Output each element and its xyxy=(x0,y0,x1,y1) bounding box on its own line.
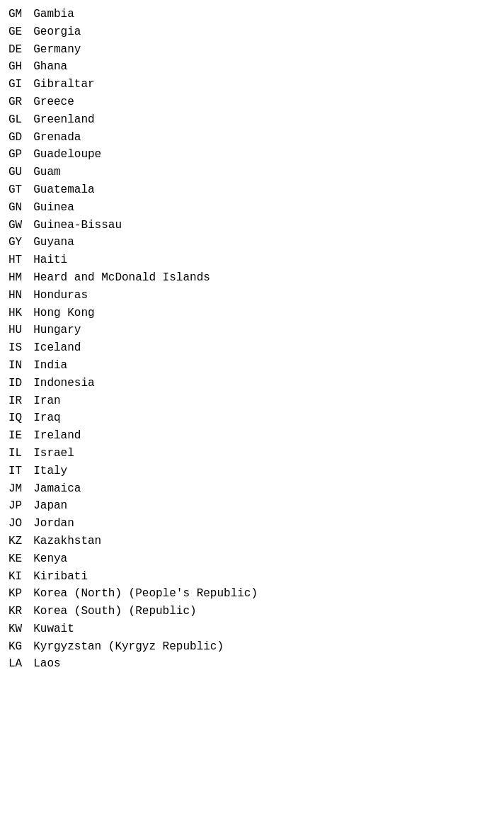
country-name: Italy xyxy=(33,462,67,480)
country-name: Guinea-Bissau xyxy=(33,217,122,234)
country-name: Iceland xyxy=(33,339,81,357)
list-item: KIKiribati xyxy=(8,568,496,586)
country-code: GU xyxy=(8,164,33,181)
country-name: India xyxy=(33,357,67,375)
list-item: GNGuinea xyxy=(8,199,496,217)
country-name: Hungary xyxy=(33,322,81,339)
country-code: GL xyxy=(8,111,33,129)
country-name: Grenada xyxy=(33,129,81,147)
country-code: HM xyxy=(8,269,33,287)
list-item: GYGuyana xyxy=(8,234,496,251)
country-code: HN xyxy=(8,287,33,305)
list-item: DEGermany xyxy=(8,41,496,59)
country-code: KP xyxy=(8,585,33,603)
list-item: HKHong Kong xyxy=(8,305,496,322)
list-item: ISIceland xyxy=(8,339,496,357)
list-item: GTGuatemala xyxy=(8,181,496,199)
country-name: Ghana xyxy=(33,58,67,76)
country-code: GW xyxy=(8,217,33,234)
country-name: Japan xyxy=(33,497,67,515)
country-code: LA xyxy=(8,655,33,673)
country-code: GD xyxy=(8,129,33,147)
country-name: Jordan xyxy=(33,515,74,533)
country-code: JO xyxy=(8,515,33,533)
list-item: HTHaiti xyxy=(8,251,496,269)
country-code: IR xyxy=(8,392,33,410)
country-name: Guyana xyxy=(33,234,74,251)
list-item: GMGambia xyxy=(8,6,496,23)
country-code: IE xyxy=(8,427,33,445)
list-item: INIndia xyxy=(8,357,496,375)
list-item: HMHeard and McDonald Islands xyxy=(8,269,496,287)
country-code: IL xyxy=(8,445,33,462)
country-code: GY xyxy=(8,234,33,251)
list-item: HUHungary xyxy=(8,322,496,339)
country-name: Guinea xyxy=(33,199,74,217)
country-code: HK xyxy=(8,305,33,322)
country-code: GE xyxy=(8,23,33,41)
list-item: JMJamaica xyxy=(8,480,496,498)
list-item: KRKorea (South) (Republic) xyxy=(8,603,496,620)
country-name: Israel xyxy=(33,445,74,462)
list-item: HNHonduras xyxy=(8,287,496,305)
country-name: Guatemala xyxy=(33,181,94,199)
list-item: GHGhana xyxy=(8,58,496,76)
list-item: GRGreece xyxy=(8,93,496,111)
country-name: Korea (North) (People's Republic) xyxy=(33,585,258,603)
list-item: ITItaly xyxy=(8,462,496,480)
country-code: GI xyxy=(8,76,33,93)
country-code: KW xyxy=(8,620,33,638)
country-code: GH xyxy=(8,58,33,76)
country-name: Germany xyxy=(33,41,81,59)
country-name: Indonesia xyxy=(33,375,94,392)
list-item: GEGeorgia xyxy=(8,23,496,41)
country-list: GMGambiaGEGeorgiaDEGermanyGHGhanaGIGibra… xyxy=(8,6,496,673)
list-item: LALaos xyxy=(8,655,496,673)
country-code: GT xyxy=(8,181,33,199)
list-item: IEIreland xyxy=(8,427,496,445)
list-item: GUGuam xyxy=(8,164,496,181)
country-code: ID xyxy=(8,375,33,392)
country-name: Hong Kong xyxy=(33,305,94,322)
list-item: GDGrenada xyxy=(8,129,496,147)
country-name: Gibraltar xyxy=(33,76,94,93)
country-name: Honduras xyxy=(33,287,88,305)
list-item: IQIraq xyxy=(8,409,496,427)
country-name: Kazakhstan xyxy=(33,533,101,550)
country-code: GN xyxy=(8,199,33,217)
country-code: IN xyxy=(8,357,33,375)
country-name: Guadeloupe xyxy=(33,146,101,164)
list-item: IRIran xyxy=(8,392,496,410)
country-name: Georgia xyxy=(33,23,81,41)
list-item: KZKazakhstan xyxy=(8,533,496,550)
country-code: JM xyxy=(8,480,33,498)
country-code: IQ xyxy=(8,409,33,427)
list-item: GPGuadeloupe xyxy=(8,146,496,164)
country-code: GP xyxy=(8,146,33,164)
list-item: ILIsrael xyxy=(8,445,496,462)
list-item: JOJordan xyxy=(8,515,496,533)
country-code: KZ xyxy=(8,533,33,550)
country-code: JP xyxy=(8,497,33,515)
country-name: Gambia xyxy=(33,6,74,23)
list-item: KPKorea (North) (People's Republic) xyxy=(8,585,496,603)
country-name: Kyrgyzstan (Kyrgyz Republic) xyxy=(33,638,224,656)
country-code: IS xyxy=(8,339,33,357)
list-item: KWKuwait xyxy=(8,620,496,638)
country-code: KE xyxy=(8,550,33,568)
country-code: GR xyxy=(8,93,33,111)
country-name: Kenya xyxy=(33,550,67,568)
list-item: GLGreenland xyxy=(8,111,496,129)
list-item: KEKenya xyxy=(8,550,496,568)
country-name: Greenland xyxy=(33,111,94,129)
list-item: GWGuinea-Bissau xyxy=(8,217,496,234)
country-name: Kiribati xyxy=(33,568,88,586)
country-code: IT xyxy=(8,462,33,480)
country-code: HT xyxy=(8,251,33,269)
list-item: GIGibraltar xyxy=(8,76,496,93)
country-code: KR xyxy=(8,603,33,620)
list-item: KGKyrgyzstan (Kyrgyz Republic) xyxy=(8,638,496,656)
country-name: Guam xyxy=(33,164,60,181)
country-name: Ireland xyxy=(33,427,81,445)
country-code: DE xyxy=(8,41,33,59)
